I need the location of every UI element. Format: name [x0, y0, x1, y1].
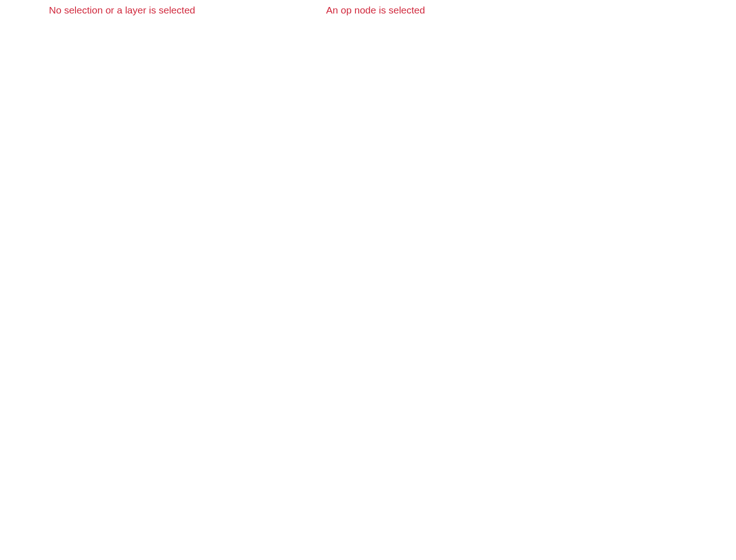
right-heading: An op node is selected — [326, 5, 596, 16]
left-heading: No selection or a layer is selected — [49, 5, 289, 16]
